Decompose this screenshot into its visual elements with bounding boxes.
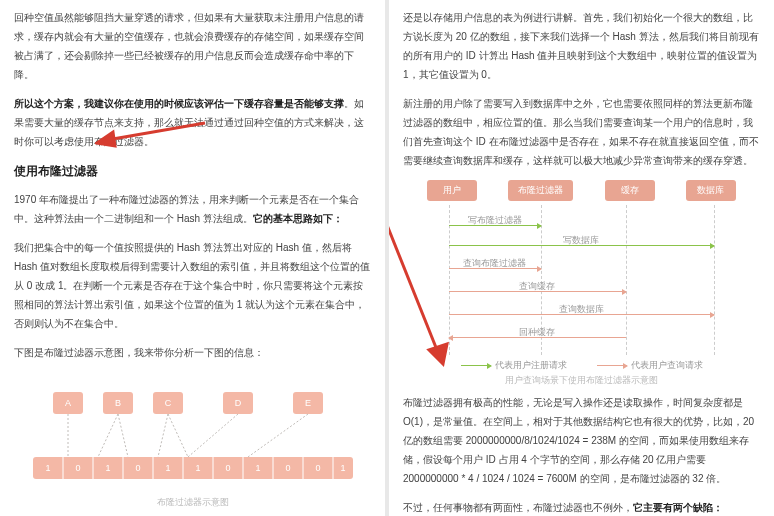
para: 1970 年布隆提出了一种布隆过滤器的算法，用来判断一个元素是否在一个集合中。这… bbox=[14, 190, 371, 228]
para: 不过，任何事物都有两面性，布隆过滤器也不例外，它主要有两个缺陷： bbox=[403, 498, 760, 516]
box-label: C bbox=[164, 398, 171, 408]
bold-text: 它主要有两个缺陷： bbox=[633, 502, 723, 513]
svg-text:1: 1 bbox=[165, 463, 170, 473]
legend-reg: 代表用户注册请求 bbox=[495, 360, 567, 370]
svg-text:0: 0 bbox=[315, 463, 320, 473]
seq-label: 查询缓存 bbox=[519, 280, 555, 293]
para: 回种空值虽然能够阻挡大量穿透的请求，但如果有大量获取未注册用户信息的请求，缓存内… bbox=[14, 8, 371, 84]
svg-text:0: 0 bbox=[285, 463, 290, 473]
para: 下图是布隆过滤器示意图，我来带你分析一下图的信息： bbox=[14, 343, 371, 362]
legend-query: 代表用户查询请求 bbox=[631, 360, 703, 370]
left-column: 回种空值虽然能够阻挡大量穿透的请求，但如果有大量获取未注册用户信息的请求，缓存内… bbox=[0, 0, 385, 516]
box-label: D bbox=[234, 398, 241, 408]
box-label: B bbox=[114, 398, 120, 408]
box-label: A bbox=[64, 398, 70, 408]
para: 我们把集合中的每一个值按照提供的 Hash 算法算出对应的 Hash 值，然后将… bbox=[14, 238, 371, 333]
para: 布隆过滤器拥有极高的性能，无论是写入操作还是读取操作，时间复杂度都是 O(1)，… bbox=[403, 393, 760, 488]
bold-text: 它的基本思路如下： bbox=[253, 213, 343, 224]
text: 不过，任何事物都有两面性，布隆过滤器也不例外， bbox=[403, 502, 633, 513]
actor-db: 数据库 bbox=[686, 180, 736, 201]
seq-label: 查询数据库 bbox=[559, 303, 604, 316]
svg-text:0: 0 bbox=[225, 463, 230, 473]
diagram-caption: 布隆过滤器示意图 bbox=[14, 496, 371, 509]
actor-user: 用户 bbox=[427, 180, 477, 201]
legend: 代表用户注册请求 代表用户查询请求 bbox=[412, 359, 752, 372]
seq-label: 写布隆过滤器 bbox=[468, 214, 522, 227]
heading-bloom: 使用布隆过滤器 bbox=[14, 163, 371, 180]
actor-bloom: 布隆过滤器 bbox=[508, 180, 573, 201]
seq-label: 回种缓存 bbox=[519, 326, 555, 339]
para: 还是以存储用户信息的表为例进行讲解。首先，我们初始化一个很大的数组，比方说长度为… bbox=[403, 8, 760, 84]
svg-text:0: 0 bbox=[75, 463, 80, 473]
right-column: 还是以存储用户信息的表为例进行讲解。首先，我们初始化一个很大的数组，比方说长度为… bbox=[389, 0, 774, 516]
box-label: E bbox=[304, 398, 310, 408]
svg-text:1: 1 bbox=[255, 463, 260, 473]
svg-text:0: 0 bbox=[135, 463, 140, 473]
svg-rect-5 bbox=[33, 457, 353, 479]
sequence-diagram: 用户 布隆过滤器 缓存 数据库 写布隆过滤器 写数据库 查询布隆过滤器 查询缓存 bbox=[412, 180, 752, 387]
seq-label: 写数据库 bbox=[563, 234, 599, 247]
bold-text: 所以这个方案，我建议你在使用的时候应该评估一下缓存容量是否能够支撑 bbox=[14, 98, 344, 109]
para: 所以这个方案，我建议你在使用的时候应该评估一下缓存容量是否能够支撑。如果需要大量… bbox=[14, 94, 371, 151]
seq-label: 查询布隆过滤器 bbox=[463, 257, 526, 270]
svg-text:1: 1 bbox=[45, 463, 50, 473]
para: 新注册的用户除了需要写入到数据库中之外，它也需要依照同样的算法更新布隆过滤器的数… bbox=[403, 94, 760, 170]
svg-text:1: 1 bbox=[105, 463, 110, 473]
svg-text:1: 1 bbox=[195, 463, 200, 473]
svg-text:1: 1 bbox=[340, 463, 345, 473]
actor-cache: 缓存 bbox=[605, 180, 655, 201]
diagram-caption: 用户查询场景下使用布隆过滤器示意图 bbox=[412, 374, 752, 387]
bloom-diagram: A B C D E bbox=[14, 382, 371, 509]
